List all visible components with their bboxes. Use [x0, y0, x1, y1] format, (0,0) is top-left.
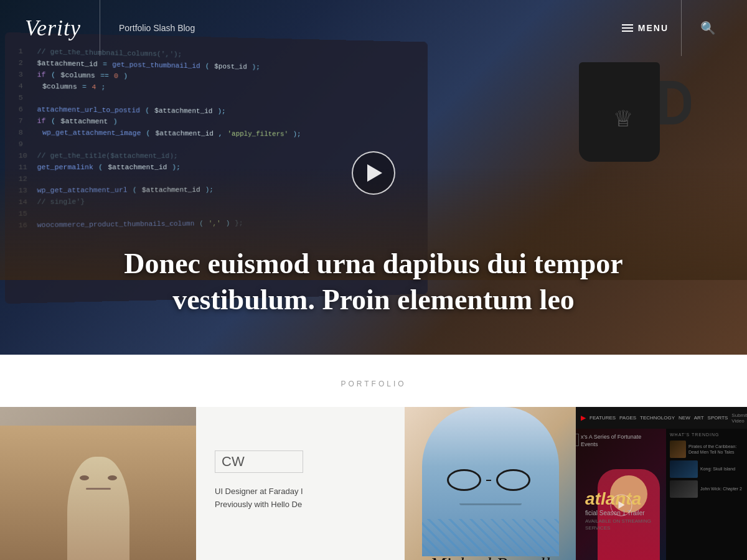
breadcrumb: Portfolio Slash Blog [119, 23, 195, 33]
streaming-sidebar: WHAT'S TRENDING Pirates of the Caribbean… [666, 429, 747, 560]
featured-spotlight-label: FEATURED SPOTLIGHT [576, 434, 579, 446]
streaming-available: AVAILABLE ON STREAMING SERVICES [585, 518, 666, 531]
trending-thumbnail-3 [670, 480, 698, 498]
coffee-mug: ♕ [560, 50, 697, 212]
hero-title: Donec euismod urna dapibus dui tempor ve… [75, 246, 672, 317]
trending-title-3: John Wick: Chapter 2 [700, 486, 742, 492]
hero-text-area: Donec euismod urna dapibus dui tempor ve… [0, 246, 747, 317]
portfolio-item-title-main: UI Designer at Faraday I [215, 485, 303, 498]
menu-label: MENU [638, 23, 669, 33]
site-logo[interactable]: Verity [25, 15, 81, 41]
trending-items-list: Pirates of the Caribbean: Dead Men Tell … [670, 441, 743, 498]
streaming-play-icon [619, 502, 625, 509]
site-header: Verity Portfolio Slash Blog MENU 🔍 [0, 0, 747, 56]
streaming-ui: ▶ FEATURES PAGES TECHNOLOGY NEW ART SPOR… [576, 407, 747, 560]
streaming-play-button[interactable] [610, 494, 632, 516]
streaming-header: ▶ FEATURES PAGES TECHNOLOGY NEW ART SPOR… [576, 407, 747, 429]
trending-thumbnail-2 [670, 460, 698, 478]
michael-russell-signature: Michael Russell [417, 552, 563, 560]
play-button[interactable] [352, 151, 395, 195]
portfolio-item-title: UI Designer at Faraday I Previously with… [215, 485, 303, 511]
play-icon [367, 164, 382, 182]
portfolio-section-label: PORTFOLIO [0, 380, 747, 388]
portfolio-section: PORTFOLIO 2014 CW [0, 355, 747, 560]
trending-thumbnail-1 [670, 441, 686, 458]
streaming-main-panel: FEATURED SPOTLIGHT atlanta ficial Season… [576, 429, 666, 560]
search-button[interactable]: 🔍 [694, 14, 722, 42]
extra-show-title: x's A Series of Fortunate Events [581, 434, 643, 448]
header-right: MENU 🔍 [622, 0, 722, 56]
header-left: Verity Portfolio Slash Blog [25, 0, 195, 56]
list-item: John Wick: Chapter 2 [670, 480, 743, 498]
streaming-logo: ▶ [581, 414, 586, 421]
portfolio-item-2[interactable]: CW UI Designer at Faraday I Previously w… [196, 407, 405, 560]
header-divider [100, 0, 100, 56]
hamburger-icon [622, 24, 633, 32]
search-icon: 🔍 [700, 21, 716, 35]
portfolio-item-subtitle: Previously with Hello De [215, 498, 303, 511]
portfolio-grid: 2014 CW UI Designer at Faraday I [0, 407, 747, 560]
list-item: Kong: Skull Island [670, 460, 743, 478]
portfolio-item-1[interactable]: 2014 [0, 407, 196, 560]
menu-button[interactable]: MENU [622, 23, 669, 33]
trending-title-2: Kong: Skull Island [700, 466, 735, 472]
portfolio-item-4[interactable]: ▶ FEATURES PAGES TECHNOLOGY NEW ART SPOR… [576, 407, 747, 560]
streaming-content: FEATURED SPOTLIGHT atlanta ficial Season… [576, 429, 747, 560]
header-divider-2 [681, 0, 682, 56]
crown-icon: ♕ [613, 106, 633, 132]
cw-logo: CW [215, 450, 303, 473]
trending-label: WHAT'S TRENDING [670, 432, 743, 437]
trending-title-1: Pirates of the Caribbean: Dead Men Tell … [688, 444, 743, 455]
portfolio-item-3[interactable]: Michael Russell [405, 407, 576, 560]
list-item: Pirates of the Caribbean: Dead Men Tell … [670, 441, 743, 458]
